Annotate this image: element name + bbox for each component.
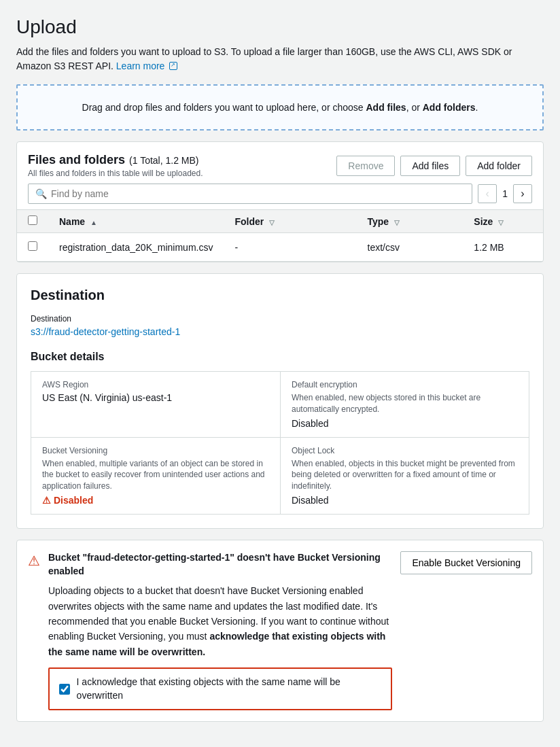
external-link-icon — [169, 62, 177, 70]
files-panel-actions: Remove Add files Add folder — [336, 156, 532, 176]
files-panel-header: Files and folders (1 Total, 1.2 MB) All … — [17, 142, 543, 184]
default-encryption-desc: When enabled, new objects stored in this… — [292, 392, 518, 415]
default-encryption-key: Default encryption — [292, 380, 518, 389]
search-row: 🔍 ‹ 1 › — [17, 184, 543, 209]
bucket-versioning-cell: Bucket Versioning When enabled, multiple… — [31, 437, 280, 515]
drop-zone[interactable]: Drag and drop files and folders you want… — [16, 84, 544, 131]
col-header-type: Type — [357, 210, 463, 233]
destination-label: Destination — [31, 314, 529, 324]
bucket-versioning-desc: When enabled, multiple variants of an ob… — [42, 458, 269, 492]
enable-bucket-versioning-button[interactable]: Enable Bucket Versioning — [400, 551, 532, 574]
search-input[interactable] — [51, 188, 465, 199]
intro-text: Add the files and folders you want to up… — [16, 45, 544, 73]
object-lock-key: Object Lock — [292, 446, 518, 455]
default-encryption-value: Disabled — [292, 418, 518, 429]
pagination-next-button[interactable]: › — [513, 184, 532, 203]
bucket-details-grid: AWS Region US East (N. Virginia) us-east… — [31, 371, 529, 515]
object-lock-value: Disabled — [292, 495, 518, 506]
row-checkbox[interactable] — [28, 241, 37, 251]
file-size: 1.2 MB — [463, 233, 543, 262]
aws-region-key: AWS Region — [42, 380, 269, 389]
add-files-button[interactable]: Add files — [400, 156, 460, 176]
search-wrap: 🔍 — [28, 184, 472, 204]
files-panel-subtitle: All files and folders in this table will… — [28, 169, 203, 178]
dropzone-text: Drag and drop files and folders you want… — [82, 102, 478, 113]
destination-section: Destination Destination s3://fraud-detec… — [16, 273, 544, 529]
page-title: Upload — [16, 16, 544, 38]
versioning-warning-icon: ⚠ — [42, 495, 51, 506]
acknowledge-checkbox-container[interactable]: I acknowledge that existing objects with… — [48, 667, 392, 710]
files-table: Name Folder Type Size registration_data_… — [17, 209, 543, 262]
files-panel-title: Files and folders — [28, 153, 125, 167]
files-panel-title-group: Files and folders (1 Total, 1.2 MB) All … — [28, 153, 203, 178]
select-all-checkbox[interactable] — [28, 215, 37, 225]
warning-body: Uploading objects to a bucket that doesn… — [48, 583, 392, 659]
acknowledge-label[interactable]: I acknowledge that existing objects with… — [77, 676, 382, 702]
files-panel: Files and folders (1 Total, 1.2 MB) All … — [16, 141, 544, 262]
acknowledge-checkbox[interactable] — [59, 684, 70, 695]
table-row: registration_data_20K_minimum.csv - text… — [17, 233, 543, 262]
add-folder-button[interactable]: Add folder — [466, 156, 532, 176]
remove-button[interactable]: Remove — [336, 156, 395, 176]
file-type: text/csv — [357, 233, 463, 262]
pagination-prev-button[interactable]: ‹ — [478, 184, 497, 203]
aws-region-cell: AWS Region US East (N. Virginia) us-east… — [31, 371, 280, 437]
destination-section-title: Destination — [31, 288, 529, 303]
sort-size-icon[interactable] — [495, 216, 504, 227]
pagination-page: 1 — [502, 188, 508, 199]
object-lock-cell: Object Lock When enabled, objects in thi… — [280, 437, 529, 515]
bucket-versioning-value: ⚠ Disabled — [42, 495, 269, 506]
learn-more-link[interactable]: Learn more — [116, 60, 177, 71]
files-count: (1 Total, 1.2 MB) — [129, 155, 198, 166]
sort-type-icon[interactable] — [391, 216, 400, 227]
warning-content: Bucket "fraud-detector-getting-started-1… — [48, 551, 392, 710]
sort-folder-icon[interactable] — [266, 216, 275, 227]
bucket-details-title: Bucket details — [31, 351, 529, 363]
object-lock-desc: When enabled, objects in this bucket mig… — [292, 458, 518, 492]
warning-title: Bucket "fraud-detector-getting-started-1… — [48, 551, 392, 578]
file-name: registration_data_20K_minimum.csv — [48, 233, 224, 262]
col-header-size: Size — [463, 210, 543, 233]
bucket-versioning-key: Bucket Versioning — [42, 446, 269, 455]
aws-region-value: US East (N. Virginia) us-east-1 — [42, 392, 269, 403]
pagination: ‹ 1 › — [478, 184, 532, 203]
col-header-folder: Folder — [224, 210, 356, 233]
warning-panel: ⚠ Bucket "fraud-detector-getting-started… — [16, 540, 544, 722]
col-header-name: Name — [48, 210, 224, 233]
destination-link[interactable]: s3://fraud-detector-getting-started-1 — [31, 326, 180, 337]
default-encryption-cell: Default encryption When enabled, new obj… — [280, 371, 529, 437]
warning-triangle-icon: ⚠ — [28, 553, 40, 569]
search-icon: 🔍 — [35, 188, 47, 199]
sort-name-icon[interactable] — [88, 216, 97, 227]
file-folder: - — [224, 233, 356, 262]
